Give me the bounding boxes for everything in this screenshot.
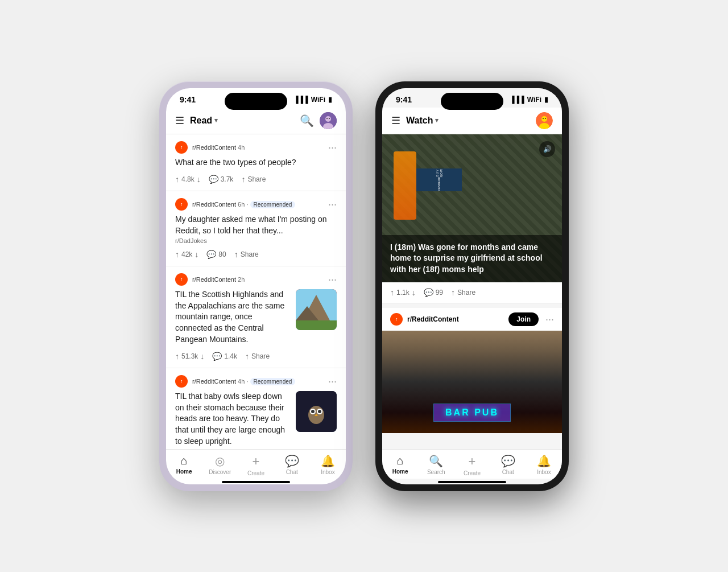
post-1-content: What are the two types of people? [175, 157, 337, 170]
post-1-meta: r/RedditContent 4h [192, 144, 324, 151]
post-1-title: What are the two types of people? [175, 157, 337, 168]
feed-left: r r/RedditContent 4h ··· What are the tw… [166, 134, 346, 449]
chat-icon-right: 💬 [501, 454, 515, 468]
battery-icon-right: ▮ [544, 96, 548, 104]
post-2-actions: ↑ 42k ↓ 💬 80 ↑ Share [175, 250, 337, 259]
post-3-meta: r/RedditContent 2h [192, 276, 324, 283]
home-indicator-left [222, 481, 290, 483]
create-icon-right: + [469, 454, 476, 469]
bottom-tabs-left: ⌂ Home ◎ Discover + Create 💬 Chat 🔔 [166, 449, 346, 479]
tab-discover-left[interactable]: ◎ Discover [202, 454, 238, 476]
video-card-1: BUY NOW VENDEUR 🔊 I (18m) Was gone for m… [382, 134, 562, 303]
post-3: r r/RedditContent 2h ··· TIL the Scottis… [166, 266, 346, 368]
downvote-icon-1: ↓ [197, 175, 201, 184]
video-1-share[interactable]: ↑ Share [451, 288, 475, 297]
chat-label-right: Chat [502, 469, 514, 475]
post-2-upvote[interactable]: ↑ 42k ↓ [175, 250, 198, 259]
post-1-upvote[interactable]: ↑ 4.8k ↓ [175, 175, 201, 184]
hamburger-icon-left[interactable]: ☰ [175, 114, 184, 127]
post-2-upvote-count: 42k [181, 250, 192, 258]
comment-icon-2: 💬 [206, 250, 216, 259]
post-4-content: TIL that baby owls sleep down on their s… [175, 391, 337, 448]
comment-icon-v1: 💬 [424, 288, 433, 297]
tab-inbox-right[interactable]: 🔔 Inbox [526, 454, 562, 476]
post-1-share[interactable]: ↑ Share [241, 175, 266, 184]
search-icon-right: 🔍 [429, 454, 443, 468]
dynamic-island-left [225, 93, 287, 110]
tab-home-left[interactable]: ⌂ Home [166, 454, 202, 476]
post-4-more[interactable]: ··· [328, 376, 337, 386]
owl-image [296, 391, 337, 432]
search-icon-left[interactable]: 🔍 [300, 114, 314, 127]
post-3-comments[interactable]: 💬 1.4k [212, 352, 237, 361]
dynamic-island-right [441, 93, 503, 110]
discover-label-left: Discover [209, 469, 231, 475]
home-icon-right: ⌂ [397, 454, 404, 467]
post-2-more[interactable]: ··· [328, 199, 337, 209]
reddit-logo-2: r [175, 198, 188, 211]
post-3-upvote-count: 51.3k [181, 352, 198, 360]
sound-button[interactable]: 🔊 [539, 141, 555, 157]
status-time-right: 9:41 [396, 95, 412, 104]
video-1-title: I (18m) Was gone for months and came hom… [382, 235, 562, 282]
post-2-share[interactable]: ↑ Share [234, 250, 259, 259]
post-1-text: What are the two types of people? [175, 157, 337, 170]
svg-text:r: r [181, 201, 183, 207]
post-3-more[interactable]: ··· [328, 274, 337, 285]
avatar-right[interactable] [536, 112, 553, 129]
avatar-image-left [320, 112, 337, 129]
post-3-share[interactable]: ↑ Share [245, 352, 270, 361]
video-1-upvote[interactable]: ↑ 1.1k ↓ [390, 288, 416, 297]
tab-home-right[interactable]: ⌂ Home [382, 454, 418, 476]
tab-chat-right[interactable]: 💬 Chat [490, 454, 526, 476]
watch-dropdown[interactable]: Watch ▾ [406, 116, 439, 126]
inbox-label-right: Inbox [537, 469, 551, 475]
upvote-icon-2: ↑ [175, 250, 179, 259]
read-chevron-icon: ▾ [214, 117, 218, 124]
post-2-text: My daughter asked me what I'm posting on… [175, 214, 337, 244]
read-dropdown[interactable]: Read ▾ [190, 116, 218, 126]
post-3-title: TIL the Scottish Highlands and the Appal… [175, 289, 290, 345]
post-2-sub-tag: r/DadJokes [175, 237, 337, 244]
video-2-more[interactable]: ··· [545, 314, 554, 324]
reddit-logo-4: r [175, 375, 188, 388]
video-1-comments[interactable]: 💬 99 [424, 288, 443, 297]
hamburger-icon-right[interactable]: ☰ [391, 114, 400, 127]
tab-search-right[interactable]: 🔍 Search [418, 454, 454, 476]
reddit-logo-3: r [175, 273, 188, 286]
post-2-content: My daughter asked me what I'm posting on… [175, 214, 337, 244]
tab-create-right[interactable]: + Create [454, 454, 490, 476]
svg-rect-14 [296, 320, 337, 330]
signal-icon-right: ▐▐▐ [510, 96, 524, 104]
video-2-subreddit: r/RedditContent [407, 315, 459, 323]
tab-inbox-left[interactable]: 🔔 Inbox [310, 454, 346, 476]
post-3-header: r r/RedditContent 2h ··· [175, 273, 337, 286]
upvote-icon-1: ↑ [175, 175, 179, 184]
post-1-subreddit: r/RedditContent [192, 144, 236, 151]
post-3-subreddit: r/RedditContent [192, 276, 236, 283]
post-3-upvote[interactable]: ↑ 51.3k ↓ [175, 352, 204, 361]
post-1-more[interactable]: ··· [328, 142, 337, 153]
mountain-image [296, 289, 337, 330]
watch-label: Watch [406, 116, 433, 126]
wifi-icon-left: WiFi [311, 96, 325, 104]
post-2-meta: r/RedditContent 6h · Recommended [192, 201, 324, 208]
phone-right-screen: 9:41 ▐▐▐ WiFi ▮ ☰ Watch ▾ [382, 88, 562, 484]
tab-create-left[interactable]: + Create [238, 454, 274, 476]
svg-point-3 [326, 118, 328, 119]
phone-right: 9:41 ▐▐▐ WiFi ▮ ☰ Watch ▾ [375, 81, 569, 491]
orange-element [394, 151, 416, 220]
battery-icon-left: ▮ [328, 96, 332, 104]
post-3-share-label: Share [251, 352, 270, 360]
svg-point-21 [311, 410, 315, 413]
bottom-tabs-right: ⌂ Home 🔍 Search + Create 💬 Chat 🔔 I [382, 449, 562, 479]
reddit-logo-1: r [175, 141, 188, 154]
avatar-left[interactable] [320, 112, 337, 129]
post-1-comments[interactable]: 💬 3.7k [209, 175, 234, 184]
watch-chevron-icon: ▾ [435, 117, 439, 124]
post-2-comments[interactable]: 💬 80 [206, 250, 226, 259]
tab-chat-left[interactable]: 💬 Chat [274, 454, 310, 476]
video-2-header: r r/RedditContent Join ··· [382, 308, 562, 331]
post-4-title: TIL that baby owls sleep down on their s… [175, 391, 290, 447]
join-button[interactable]: Join [508, 312, 539, 326]
